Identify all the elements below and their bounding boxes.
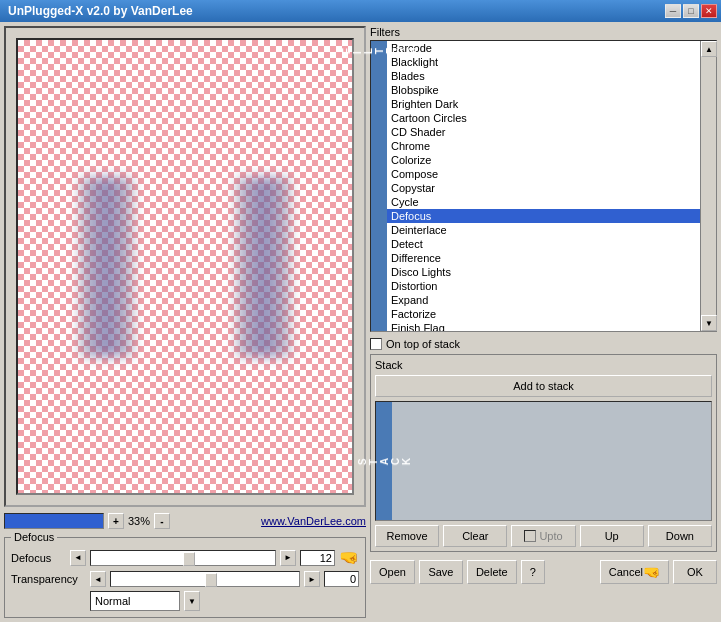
on-top-row: On top of stack xyxy=(370,338,717,350)
filter-item[interactable]: Compose xyxy=(387,167,700,181)
filters-section: Filters FILTERS BarcodeBlacklightBladesB… xyxy=(370,26,717,332)
upto-checkbox-container: Upto xyxy=(511,525,575,547)
defocus-row: Defocus ◄ ► 🤜 xyxy=(11,548,359,567)
up-button[interactable]: Up xyxy=(580,525,644,547)
title-bar-controls: ─ □ ✕ xyxy=(665,4,717,18)
stack-vertical-label: STACK xyxy=(376,402,392,520)
bottom-buttons: Open Save Delete ? Cancel 🤜 OK xyxy=(370,558,717,586)
defocus-increase-button[interactable]: ► xyxy=(280,550,296,566)
stack-buttons: Remove Clear Upto Up Down xyxy=(375,525,712,547)
filter-item[interactable]: Expand xyxy=(387,293,700,307)
defocus-slider-track[interactable] xyxy=(90,550,276,566)
delete-button[interactable]: Delete xyxy=(467,560,517,584)
filter-item[interactable]: Defocus xyxy=(387,209,700,223)
scroll-up-button[interactable]: ▲ xyxy=(701,41,717,57)
defocus-value-input[interactable] xyxy=(300,550,335,566)
title-bar: UnPlugged-X v2.0 by VanDerLee ─ □ ✕ xyxy=(0,0,721,22)
filters-sidebar: FILTERS xyxy=(371,41,387,331)
on-top-checkbox[interactable] xyxy=(370,338,382,350)
transparency-value-input[interactable] xyxy=(324,571,359,587)
blend-mode-dropdown[interactable]: Normal xyxy=(90,591,180,611)
filters-container: FILTERS BarcodeBlacklightBladesBlobspike… xyxy=(370,40,717,332)
filter-item[interactable]: Distortion xyxy=(387,279,700,293)
filters-sidebar-text: FILTERS xyxy=(341,45,418,54)
open-button[interactable]: Open xyxy=(370,560,415,584)
transparency-slider-track[interactable] xyxy=(110,571,300,587)
maximize-button[interactable]: □ xyxy=(683,4,699,18)
add-to-stack-button[interactable]: Add to stack xyxy=(375,375,712,397)
filter-item[interactable]: Finish Flag xyxy=(387,321,700,331)
minimize-button[interactable]: ─ xyxy=(665,4,681,18)
remove-button[interactable]: Remove xyxy=(375,525,439,547)
blurred-bar-1 xyxy=(79,177,134,357)
filter-item[interactable]: Difference xyxy=(387,251,700,265)
zoom-value: 33% xyxy=(128,515,150,527)
filter-item[interactable]: Chrome xyxy=(387,139,700,153)
filter-item[interactable]: Factorize xyxy=(387,307,700,321)
transparency-increase-button[interactable]: ► xyxy=(304,571,320,587)
zoom-minus-button[interactable]: - xyxy=(154,513,170,529)
stack-label: Stack xyxy=(375,359,712,371)
stack-section: Stack Add to stack STACK Remove Clear Up… xyxy=(370,354,717,552)
stack-list: STACK xyxy=(375,401,712,521)
filter-item[interactable]: Cycle xyxy=(387,195,700,209)
transparency-slider-thumb[interactable] xyxy=(205,573,217,587)
filter-item[interactable]: Blades xyxy=(387,69,700,83)
ok-button[interactable]: OK xyxy=(673,560,717,584)
filter-item[interactable]: Blacklight xyxy=(387,55,700,69)
transparency-row: Transparency ◄ ► xyxy=(11,571,359,587)
zoom-bar: + 33% - www.VanDerLee.com xyxy=(4,511,366,531)
website-link[interactable]: www.VanDerLee.com xyxy=(261,515,366,527)
defocus-decrease-button[interactable]: ◄ xyxy=(70,550,86,566)
scroll-down-button[interactable]: ▼ xyxy=(701,315,717,331)
filters-scrollbar[interactable]: ▲ ▼ xyxy=(700,41,716,331)
zoom-progress-bar xyxy=(4,513,104,529)
defocus-group: Defocus Defocus ◄ ► 🤜 Transparency ◄ ► xyxy=(4,537,366,618)
stack-sidebar-text: STACK xyxy=(357,456,412,465)
filter-item[interactable]: Brighten Dark xyxy=(387,97,700,111)
filters-label: Filters xyxy=(370,26,717,38)
cancel-button[interactable]: Cancel 🤜 xyxy=(600,560,669,584)
blurred-bar-2 xyxy=(236,177,291,357)
blend-mode-dropdown-arrow[interactable]: ▼ xyxy=(184,591,200,611)
main-content: + 33% - www.VanDerLee.com Defocus Defocu… xyxy=(0,22,721,622)
right-panel: Filters FILTERS BarcodeBlacklightBladesB… xyxy=(370,26,717,618)
transparency-decrease-button[interactable]: ◄ xyxy=(90,571,106,587)
zoom-plus-button[interactable]: + xyxy=(108,513,124,529)
title-text: UnPlugged-X v2.0 by VanDerLee xyxy=(8,4,193,18)
filter-item[interactable]: Disco Lights xyxy=(387,265,700,279)
filter-item[interactable]: Colorize xyxy=(387,153,700,167)
filter-item[interactable]: Barcode xyxy=(387,41,700,55)
defocus-param-label: Defocus xyxy=(11,552,66,564)
on-top-label: On top of stack xyxy=(386,338,460,350)
transparency-label: Transparency xyxy=(11,573,86,585)
scroll-track[interactable] xyxy=(701,57,716,315)
canvas-inner xyxy=(16,38,354,495)
canvas-area xyxy=(4,26,366,507)
hand-pointer-icon: 🤜 xyxy=(339,548,359,567)
filter-item[interactable]: Detect xyxy=(387,237,700,251)
image-content xyxy=(18,40,352,493)
group-box-label: Defocus xyxy=(11,531,57,543)
upto-checkbox[interactable] xyxy=(524,530,536,542)
clear-button[interactable]: Clear xyxy=(443,525,507,547)
defocus-slider-thumb[interactable] xyxy=(183,552,195,566)
filter-item[interactable]: CD Shader xyxy=(387,125,700,139)
filter-item[interactable]: Copystar xyxy=(387,181,700,195)
cancel-label: Cancel xyxy=(609,566,643,578)
close-button[interactable]: ✕ xyxy=(701,4,717,18)
filter-item[interactable]: Cartoon Circles xyxy=(387,111,700,125)
filter-item[interactable]: Deinterlace xyxy=(387,223,700,237)
down-button[interactable]: Down xyxy=(648,525,712,547)
upto-label: Upto xyxy=(539,530,562,542)
blend-mode-value: Normal xyxy=(95,595,130,607)
filters-list[interactable]: BarcodeBlacklightBladesBlobspikeBrighten… xyxy=(387,41,700,331)
help-button[interactable]: ? xyxy=(521,560,545,584)
save-button[interactable]: Save xyxy=(419,560,463,584)
cancel-hand-icon: 🤜 xyxy=(643,564,660,580)
filter-item[interactable]: Blobspike xyxy=(387,83,700,97)
blend-mode-row: Normal ▼ xyxy=(11,591,359,611)
left-panel: + 33% - www.VanDerLee.com Defocus Defocu… xyxy=(4,26,366,618)
